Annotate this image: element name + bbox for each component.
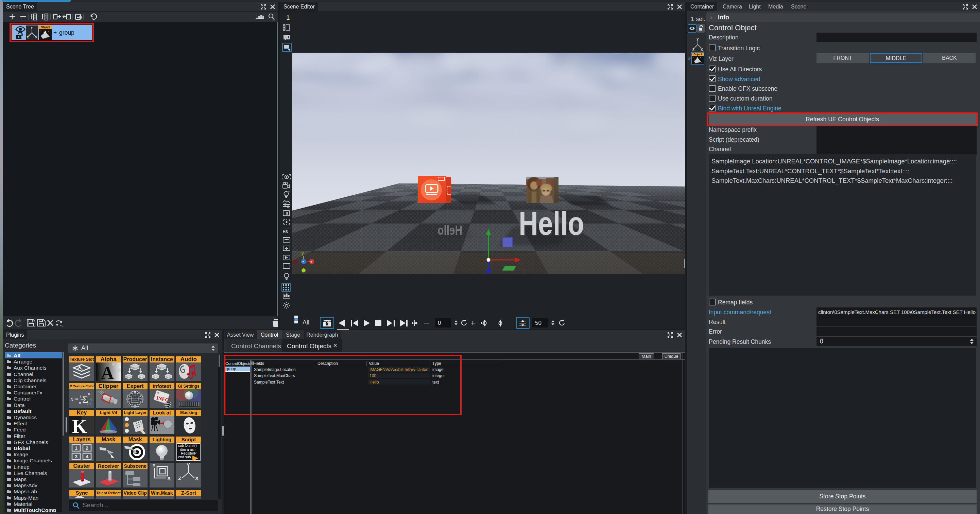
svg-text:X: X (167, 475, 171, 481)
svg-text:A: A (101, 363, 114, 381)
svg-text:1: 1 (80, 393, 82, 398)
svg-text:y: y (302, 251, 304, 255)
svg-text:z: z (302, 260, 304, 264)
svg-text:4: 4 (86, 454, 89, 459)
svg-text:1: 1 (75, 445, 78, 451)
svg-text:X: X (195, 475, 199, 481)
svg-text:+G: +G (77, 15, 82, 19)
svg-text:x: x (310, 260, 312, 264)
svg-text:⊦⊂: ⊦⊂ (60, 324, 64, 327)
svg-text:Y: Y (187, 463, 190, 468)
svg-text:x̄ =: x̄ = (70, 396, 78, 402)
svg-text:Y: Y (697, 38, 699, 41)
svg-text:n: n (88, 391, 90, 395)
svg-text:end sub: end sub (178, 455, 191, 459)
svg-text:HS: HS (283, 230, 288, 234)
svg-text:Y: Y (152, 463, 156, 468)
svg-text:n: n (79, 400, 81, 405)
svg-text:Z: Z (178, 475, 181, 481)
svg-text:Z: Z (692, 48, 694, 51)
svg-text:X: X (701, 48, 703, 51)
svg-text:sub OnInit(): sub OnInit() (178, 443, 197, 447)
svg-text:2: 2 (86, 445, 88, 451)
svg-text:3: 3 (75, 454, 78, 459)
svg-text:b: b (90, 401, 92, 406)
